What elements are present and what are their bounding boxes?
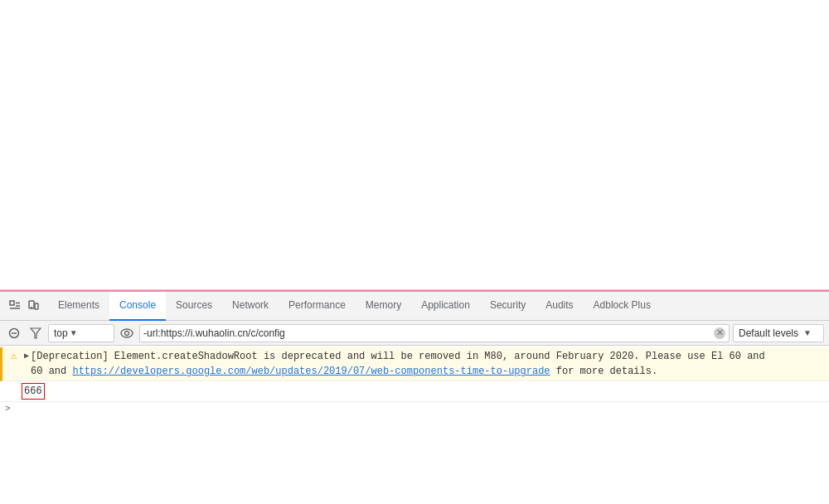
console-toolbar: top ▼ -url:https://i.wuhaolin.cn/c/confi… — [0, 321, 829, 346]
clear-console-icon[interactable] — [5, 324, 23, 342]
svg-rect-5 — [35, 303, 38, 309]
tab-elements[interactable]: Elements — [48, 292, 109, 321]
context-selector[interactable]: top ▼ — [48, 324, 114, 342]
tab-adblock[interactable]: Adblock Plus — [584, 292, 661, 321]
tab-bar: Elements Console Sources Network Perform… — [0, 292, 829, 321]
devtools-panel: Elements Console Sources Network Perform… — [0, 290, 829, 504]
device-toolbar-icon[interactable] — [27, 299, 40, 313]
context-dropdown-arrow: ▼ — [70, 328, 78, 337]
tab-sources[interactable]: Sources — [166, 292, 222, 321]
levels-dropdown-arrow: ▼ — [803, 328, 812, 337]
expand-warning-arrow[interactable]: ▶ — [24, 349, 29, 364]
tab-application[interactable]: Application — [411, 292, 480, 321]
value-icon-spacer — [5, 383, 18, 398]
console-value-line: 666 — [0, 381, 829, 402]
console-prompt-line[interactable]: > — [0, 402, 829, 415]
tab-performance[interactable]: Performance — [279, 292, 356, 321]
console-value-666: 666 — [22, 383, 45, 400]
console-output[interactable]: ⚠ ▶ [Deprecation] Element.createShadowRo… — [0, 346, 829, 504]
url-clear-button[interactable]: ✕ — [714, 327, 725, 339]
deprecation-warning-message: ⚠ ▶ [Deprecation] Element.createShadowRo… — [0, 347, 829, 381]
tab-security[interactable]: Security — [480, 292, 536, 321]
filter-url-text: -url:https://i.wuhaolin.cn/c/config — [143, 327, 710, 339]
eye-icon[interactable] — [118, 324, 136, 342]
browser-content — [0, 0, 829, 290]
tab-network[interactable]: Network — [222, 292, 279, 321]
inspect-element-icon[interactable] — [8, 299, 22, 313]
svg-rect-0 — [10, 301, 14, 305]
tab-console[interactable]: Console — [109, 292, 166, 321]
log-levels-selector[interactable]: Default levels ▼ — [733, 324, 824, 342]
tab-bar-icons — [3, 299, 45, 313]
tab-memory[interactable]: Memory — [356, 292, 411, 321]
filter-url-bar[interactable]: -url:https://i.wuhaolin.cn/c/config ✕ — [139, 324, 730, 342]
warning-icon: ⚠ — [7, 349, 21, 364]
filter-icon[interactable] — [27, 324, 45, 342]
prompt-arrow: > — [5, 404, 11, 414]
svg-point-10 — [121, 329, 133, 337]
tab-audits[interactable]: Audits — [536, 292, 583, 321]
mdn-link[interactable]: https://developers.google.com/web/update… — [72, 366, 550, 377]
svg-marker-9 — [31, 328, 41, 338]
svg-point-11 — [125, 331, 129, 335]
warning-text: [Deprecation] Element.createShadowRoot i… — [31, 349, 824, 379]
